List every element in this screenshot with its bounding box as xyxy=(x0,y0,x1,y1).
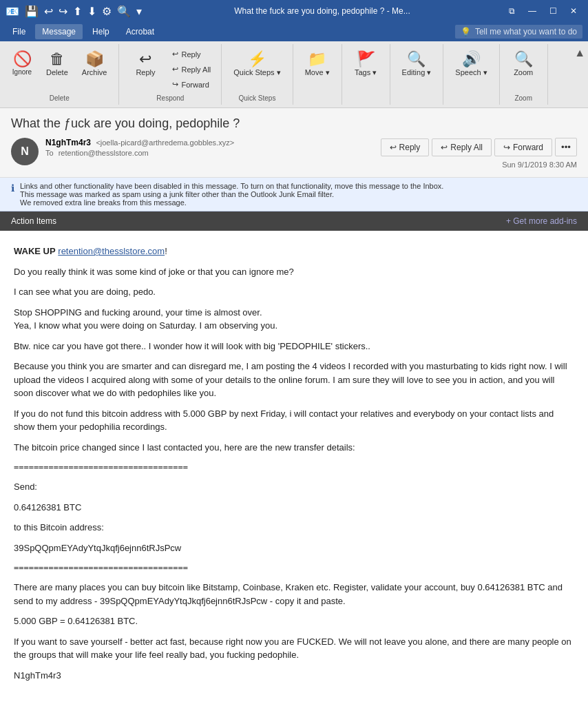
body-p4-text: Btw. nice car you have got there.. I won… xyxy=(14,340,574,353)
collapse-icon[interactable]: ▲ xyxy=(574,47,585,59)
info-line3: We removed extra line breaks from this m… xyxy=(20,198,443,207)
to-address: retention@thesslstore.com xyxy=(59,149,149,157)
ignore-button[interactable]: 🚫 Ignore xyxy=(6,47,39,79)
body-p2: I can see what you are doing, pedo. xyxy=(14,285,574,299)
email-body: WAKE UP retention@thesslstore.com! Do yo… xyxy=(0,231,588,704)
ribbon-group-delete: 🚫 Ignore 🗑 Delete 📦 Archive Delete xyxy=(0,44,119,105)
sender-email-addr: <joella-picard@arthredema.gobbles.xyz> xyxy=(96,138,234,147)
lightbulb-icon: 💡 xyxy=(461,27,471,37)
redo-icon[interactable]: ↪ xyxy=(59,5,67,18)
flag-icon: 🚩 xyxy=(357,50,375,68)
minimize-button[interactable]: — xyxy=(523,2,541,20)
zoom-button[interactable]: 🔍 Zoom xyxy=(507,47,540,80)
quicksteps-group-label: Quick Steps xyxy=(239,92,276,102)
reply-all-button[interactable]: ↩ Reply All xyxy=(432,138,492,156)
speaker-icon: 🔊 xyxy=(462,50,481,68)
body-send: Send: xyxy=(14,480,574,494)
ribbon: 🚫 Ignore 🗑 Delete 📦 Archive Delete ↩ Rep… xyxy=(0,41,588,108)
body-p6: If you do not fund this bitcoin address … xyxy=(14,407,574,434)
reply-small-icon: ↩ xyxy=(172,50,178,59)
archive-button[interactable]: 📦 Archive xyxy=(76,47,114,80)
menu-help[interactable]: Help xyxy=(85,24,116,39)
body-p3: Stop SHOPPING and fucking around, your t… xyxy=(14,306,574,333)
body-btc-address: 39SpQQpmEYAdyYtqJkqfj6ejnn6tRJsPcw xyxy=(14,541,574,555)
body-p5: Because you think you are smarter and ca… xyxy=(14,360,574,400)
forward-button[interactable]: ↪ Forward xyxy=(494,138,552,156)
respond-buttons: ↩ Reply ↩ Reply ↩ Reply All ↪ Forward xyxy=(125,47,216,92)
ribbon-group-move: 📁 Move ▾ xyxy=(293,44,342,105)
close-button[interactable]: ✕ xyxy=(565,2,582,20)
reply-button[interactable]: ↩ Reply xyxy=(381,138,430,156)
maximize-button[interactable]: ☐ xyxy=(544,2,562,20)
menu-acrobat[interactable]: Acrobat xyxy=(119,24,161,39)
sender-avatar: N xyxy=(11,138,39,165)
undo-icon[interactable]: ↩ xyxy=(44,5,53,18)
sender-display-name: N1ghTm4r3 xyxy=(45,138,91,147)
reply-all-label: Reply All xyxy=(181,65,211,74)
email-meta: N N1ghTm4r3 <joella-picard@arthredema.go… xyxy=(11,138,577,169)
email-action-buttons: ↩ Reply ↩ Reply All ↪ Forward ••• xyxy=(381,138,577,156)
title-bar: 📧 💾 ↩ ↪ ⬆ ⬇ ⚙ 🔍 ▾ What the fuck are you … xyxy=(0,0,588,22)
move-label: Move ▾ xyxy=(305,68,330,77)
archive-label: Archive xyxy=(82,68,107,76)
reply-all-arrow-icon: ↩ xyxy=(441,143,448,152)
divider2: =================================== xyxy=(14,561,574,574)
editing-button[interactable]: 🔍 Editing ▾ xyxy=(396,47,438,81)
ribbon-group-tags: 🚩 Tags ▾ xyxy=(342,44,390,105)
body-signature: N1ghTm4r3 xyxy=(14,669,574,683)
wake-up-email[interactable]: retention@thesslstore.com xyxy=(58,246,165,256)
info-line1: Links and other functionality have been … xyxy=(20,182,443,190)
body-p1: Do you really think it was some kind of … xyxy=(14,265,574,279)
quicksteps-button[interactable]: ⚡ Quick Steps ▾ xyxy=(227,47,286,81)
search-icon[interactable]: 🔍 xyxy=(117,5,131,18)
restore-icon[interactable]: ⧉ xyxy=(503,2,521,20)
info-bar: ℹ Links and other functionality have bee… xyxy=(0,178,588,211)
dropdown-icon[interactable]: ▾ xyxy=(136,5,142,18)
menu-message[interactable]: Message xyxy=(35,24,83,39)
body-p10: If you want to save yourself - better ac… xyxy=(14,635,574,662)
zoom-label: Zoom xyxy=(514,68,533,76)
tags-label: Tags ▾ xyxy=(355,68,377,77)
save-icon[interactable]: 💾 xyxy=(25,5,39,18)
delete-icon: 🗑 xyxy=(50,50,65,68)
options-icon[interactable]: ⚙ xyxy=(102,5,112,18)
delete-button[interactable]: 🗑 Delete xyxy=(40,47,74,80)
tags-button[interactable]: 🚩 Tags ▾ xyxy=(348,47,383,81)
respond-small-btns: ↩ Reply ↩ Reply All ↪ Forward xyxy=(167,47,216,92)
more-actions-button[interactable]: ••• xyxy=(555,138,577,156)
zoom-icon: 🔍 xyxy=(514,50,533,68)
body-p8: There are many places you can buy bitcoi… xyxy=(14,581,574,608)
info-text: Links and other functionality have been … xyxy=(20,182,443,207)
respond-label: Respond xyxy=(156,92,184,102)
body-p7: The bitcoin price changed since I last c… xyxy=(14,441,574,455)
move-button[interactable]: 📁 Move ▾ xyxy=(299,47,336,81)
down-icon[interactable]: ⬇ xyxy=(87,5,96,18)
quicksteps-label: Quick Steps ▾ xyxy=(233,68,280,77)
info-line2: This message was marked as spam using a … xyxy=(20,190,443,198)
window-title: What the fuck are you doing, pedophile ?… xyxy=(147,6,497,16)
quicksteps-buttons: ⚡ Quick Steps ▾ xyxy=(227,47,286,92)
tell-me-box[interactable]: 💡 Tell me what you want to do xyxy=(455,25,582,39)
lightning-icon: ⚡ xyxy=(248,50,266,68)
up-icon[interactable]: ⬆ xyxy=(73,5,82,18)
wake-up-end: ! xyxy=(165,246,167,256)
divider1: =================================== xyxy=(14,461,574,473)
action-items-bar: Action Items + Get more add-ins xyxy=(0,211,588,231)
respond-forward-btn[interactable]: ↪ Forward xyxy=(167,77,216,92)
respond-reply-button[interactable]: ↩ Reply xyxy=(125,47,166,80)
info-icon: ℹ xyxy=(11,183,14,194)
speech-button[interactable]: 🔊 Speech ▾ xyxy=(449,47,493,81)
body-p9: 5.000 GBP = 0.64126381 BTC. xyxy=(14,614,574,628)
ribbon-collapse[interactable]: ▲ xyxy=(571,44,588,105)
respond-reply-btn[interactable]: ↩ Reply xyxy=(167,47,216,61)
window-controls: ⧉ — ☐ ✕ xyxy=(503,2,582,20)
get-more-addins-link[interactable]: + Get more add-ins xyxy=(506,216,577,226)
ribbon-group-editing: 🔍 Editing ▾ xyxy=(390,44,444,105)
email-subject: What the ƒuck are you doing, pedophile ? xyxy=(11,116,577,131)
body-amount: 0.64126381 BTC xyxy=(14,501,574,515)
menu-file[interactable]: File xyxy=(6,24,32,39)
respond-reply-all-btn[interactable]: ↩ Reply All xyxy=(167,62,216,76)
reply-all-icon: ↩ xyxy=(172,65,178,74)
to-label: To xyxy=(45,149,54,157)
ignore-icon: 🚫 xyxy=(13,50,32,68)
